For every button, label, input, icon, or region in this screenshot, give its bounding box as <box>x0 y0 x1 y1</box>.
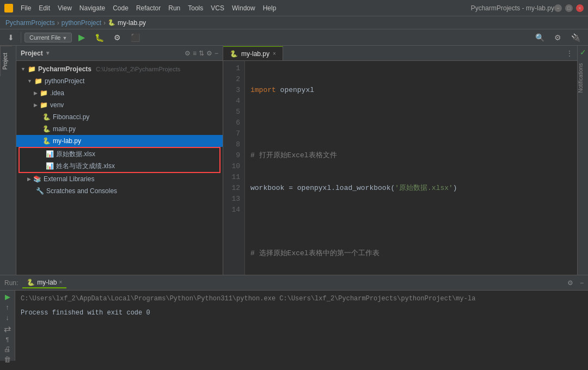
run-button[interactable]: ▶ <box>75 31 88 44</box>
soft-wrap-icon[interactable]: ¶ <box>2 336 13 343</box>
line-num: 11 <box>225 172 240 183</box>
library-icon: 📚 <box>33 175 41 183</box>
search-button[interactable]: 🔍 <box>532 32 548 43</box>
project-header-icons: ⚙ ≡ ⇅ ⚙ − <box>185 50 218 57</box>
project-caret[interactable]: ▼ <box>45 50 51 56</box>
trash-icon[interactable]: 🗑 <box>2 355 13 363</box>
scroll-up-icon[interactable]: ↑ <box>2 303 13 311</box>
tree-venv[interactable]: ▶ 📁 venv <box>16 99 223 111</box>
minimize-button[interactable]: − <box>554 4 562 12</box>
py-file-icon: 🐍 <box>42 137 51 145</box>
menu-code[interactable]: Code <box>109 3 132 13</box>
tree-main[interactable]: 🐍 main.py <box>16 123 223 135</box>
git-button[interactable]: ⬇ <box>4 32 17 43</box>
run-settings-icon[interactable]: ⚙ <box>567 279 573 287</box>
tab-more-button[interactable]: ⋮ <box>562 50 577 57</box>
menu-navigate[interactable]: Navigate <box>76 3 108 13</box>
tree-idea[interactable]: ▶ 📁 .idea <box>16 87 223 99</box>
caret-icon: ▶ <box>34 90 38 96</box>
equalize-icon[interactable]: ≡ <box>193 50 197 57</box>
code-content[interactable]: import openpyxl # 打开原始Excel表格文件 workbook… <box>245 61 577 275</box>
editor-tab-mylab[interactable]: 🐍 my-lab.py × <box>223 46 283 60</box>
notifications-label[interactable]: Notifications <box>578 59 589 97</box>
run-command-line: C:\Users\lxf_2\AppData\Local\Programs\Py… <box>21 294 583 304</box>
highlighted-files-group: 📊 原始数据.xlsx 📊 姓名与语文成绩.xlsx <box>19 147 220 173</box>
line-num: 7 <box>225 128 240 139</box>
tree-root[interactable]: ▼ 📁 PycharmProjects C:\Users\lxf_2\Pycha… <box>16 63 223 75</box>
tree-rawdata[interactable]: 📊 原始数据.xlsx <box>20 148 219 160</box>
menu-edit[interactable]: Edit <box>35 3 53 13</box>
root-caret: ▼ <box>21 66 26 72</box>
run-output: C:\Users\lxf_2\AppData\Local\Programs\Py… <box>15 291 588 361</box>
tree-mylab[interactable]: 🐍 my-lab.py <box>16 135 223 147</box>
xlsx-icon: 📊 <box>46 150 54 158</box>
menu-tools[interactable]: Tools <box>185 3 206 13</box>
menu-file[interactable]: File <box>17 3 34 13</box>
line-num: 3 <box>225 85 240 96</box>
run-play-icon[interactable]: ▶ <box>2 293 13 301</box>
tab-filename: my-lab.py <box>241 50 270 58</box>
tree-fibonacci[interactable]: 🐍 Fibonacci.py <box>16 111 223 123</box>
stop-button[interactable]: ⬛ <box>127 32 143 43</box>
close-button[interactable]: × <box>576 4 584 12</box>
py-file-icon: 🐍 <box>42 113 51 121</box>
caret-icon: ▶ <box>34 102 38 108</box>
menu-help[interactable]: Help <box>260 3 280 13</box>
line-num: 2 <box>225 74 240 85</box>
tree-scratches[interactable]: 🔧 Scratches and Consoles <box>16 185 223 197</box>
window-controls: − □ × <box>554 4 584 12</box>
menu-vcs[interactable]: VCS <box>207 3 228 13</box>
idea-label: .idea <box>50 89 64 97</box>
line-num: 9 <box>225 150 240 161</box>
menu-refactor[interactable]: Refactor <box>133 3 164 13</box>
code-editor: 1 2 3 4 5 6 7 8 9 10 11 12 13 14 import … <box>223 61 577 275</box>
folder-icon: 📁 <box>28 65 36 73</box>
venv-label: venv <box>50 101 64 109</box>
minimize-panel-icon[interactable]: − <box>215 50 218 57</box>
breadcrumb-root[interactable]: PycharmProjects <box>5 19 55 27</box>
menu-window[interactable]: Window <box>229 3 259 13</box>
right-notifications-strip: ✓ Notifications <box>577 46 588 275</box>
line-num: 6 <box>225 118 240 128</box>
code-line-3: # 打开原始Excel表格文件 <box>250 150 572 161</box>
line-num: 4 <box>225 96 240 107</box>
scroll-down-icon[interactable]: ↓ <box>2 313 13 322</box>
settings-icon[interactable]: ⚙ <box>206 50 212 57</box>
window-title: PycharmProjects - my-lab.py <box>471 4 554 12</box>
print-icon[interactable]: 🖨 <box>2 345 13 353</box>
breadcrumb-sep2: › <box>103 19 106 27</box>
project-side-tab[interactable]: Project <box>0 46 12 76</box>
project-title: Project <box>21 50 43 57</box>
tree-external-libs[interactable]: ▶ 📚 External Libraries <box>16 173 223 185</box>
wrap-icon[interactable]: ⇄ <box>2 324 13 334</box>
checkmark-icon: ✓ <box>578 46 589 59</box>
external-libs-label: External Libraries <box>44 175 94 183</box>
maximize-button[interactable]: □ <box>565 4 573 12</box>
tab-close-button[interactable]: × <box>273 51 276 57</box>
sort-icon[interactable]: ⇅ <box>199 50 204 57</box>
run-minimize-icon[interactable]: − <box>580 279 584 287</box>
main-layout: 📁 Project ▼ ⚙ ≡ ⇅ ⚙ − ▼ 📁 PycharmProject… <box>0 46 588 275</box>
menu-bar: File Edit View Navigate Code Refactor Ru… <box>17 3 471 13</box>
build-button[interactable]: ⚙ <box>111 32 124 43</box>
tree-pythonproject[interactable]: ▼ 📁 pythonProject <box>16 75 223 87</box>
settings-button[interactable]: ⚙ <box>551 32 565 43</box>
app-icon: P <box>4 4 13 13</box>
fibonacci-label: Fibonacci.py <box>53 113 89 121</box>
main-label: main.py <box>53 125 76 133</box>
line-num: 13 <box>225 194 240 205</box>
plugin-button[interactable]: 🔌 <box>568 32 584 43</box>
scratches-label: Scratches and Consoles <box>46 187 117 195</box>
tree-scores[interactable]: 📊 姓名与语文成绩.xlsx <box>20 160 219 172</box>
bottom-panel: Run: 🐍 my-lab × ⚙ − ▶ ↑ ↓ ⇄ ¶ 🖨 🗑 C:\Use… <box>0 275 588 370</box>
run-config-button[interactable]: Current File ▼ <box>24 33 72 42</box>
run-tab-close[interactable]: × <box>59 279 62 285</box>
menu-run[interactable]: Run <box>165 3 183 13</box>
menu-view[interactable]: View <box>54 3 75 13</box>
gear-icon[interactable]: ⚙ <box>185 50 191 57</box>
bookmarks-strip: ▶ ↑ ↓ ⇄ ¶ 🖨 🗑 <box>0 291 15 361</box>
breadcrumb-project[interactable]: pythonProject <box>62 19 101 27</box>
folder-icon: 📁 <box>40 89 48 97</box>
debug-button[interactable]: 🐛 <box>91 32 107 43</box>
run-tab-mylab[interactable]: 🐍 my-lab × <box>22 278 66 288</box>
